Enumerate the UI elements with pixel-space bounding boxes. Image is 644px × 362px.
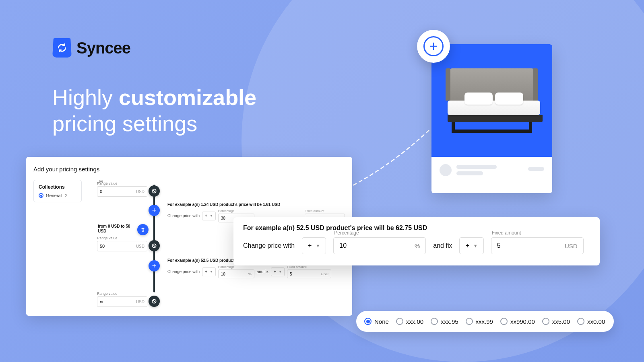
radio-selected-icon <box>364 318 372 325</box>
vendor-avatar-placeholder <box>440 164 452 176</box>
panel-title: Add your pricing settings <box>33 166 345 173</box>
range-label: Range value <box>97 181 147 185</box>
rule-popout: For example a(n) 52.5 USD product's pric… <box>233 217 600 265</box>
popout-fix-operator-select[interactable]: +▼ <box>459 237 483 254</box>
collections-heading: Collections <box>39 184 76 190</box>
brand-name: Syncee <box>76 39 130 57</box>
popout-fix-label: Fixed amount <box>492 230 521 236</box>
sync-icon <box>52 38 72 58</box>
range-from-input[interactable]: 0USD <box>97 186 147 197</box>
rule2-percentage-input[interactable]: 10% <box>218 269 254 278</box>
popout-change-label: Change price with <box>243 242 295 249</box>
radio-selected-icon <box>39 193 43 198</box>
product-image <box>431 44 552 157</box>
rounding-option-xxx00[interactable]: xxx.00 <box>396 318 423 325</box>
popout-example: For example a(n) 52.5 USD product's pric… <box>243 224 590 232</box>
rounding-option-xx0[interactable]: xx0.00 <box>577 318 605 325</box>
rounding-option-xx990[interactable]: xx990.00 <box>500 318 535 325</box>
rounding-option-xx5[interactable]: xx5.00 <box>542 318 570 325</box>
radio-icon <box>396 318 403 325</box>
add-product-button[interactable] <box>417 30 450 63</box>
range-end-input[interactable]: ∞USD <box>97 296 147 307</box>
popout-pct-label: Percentage <box>334 230 359 236</box>
rule2-fixed-amount-input[interactable]: 5USD <box>287 269 331 278</box>
svg-line-7 <box>153 300 156 303</box>
popout-percentage-input[interactable]: 10% <box>333 237 426 254</box>
svg-line-3 <box>153 190 156 193</box>
rule2-fix-operator-select[interactable]: +▼ <box>271 267 285 276</box>
svg-line-5 <box>153 245 156 247</box>
radio-icon <box>577 318 584 325</box>
rule1-example: For example a(n) 1.24 USD product's pric… <box>167 202 345 207</box>
brand-logo: Syncee <box>52 38 130 58</box>
rounding-options: None xxx.00 xxx.95 xxx.99 xx990.00 xx5.0… <box>356 311 614 332</box>
subtitle-placeholder <box>456 171 483 175</box>
plus-icon <box>423 36 444 56</box>
rounding-option-xxx95[interactable]: xxx.95 <box>431 318 458 325</box>
page-headline: Highly customizable pricing settings <box>52 84 256 137</box>
price-placeholder <box>528 167 544 171</box>
popout-fixed-amount-input[interactable]: 5USD <box>491 237 584 254</box>
radio-icon <box>500 318 508 325</box>
title-placeholder <box>456 165 497 169</box>
rule2-operator-select[interactable]: +▼ <box>202 267 216 276</box>
add-rule-button[interactable]: + <box>149 260 160 272</box>
add-rule-button[interactable]: + <box>149 205 160 216</box>
rule1-operator-select[interactable]: +▼ <box>202 212 216 220</box>
collection-item-general[interactable]: General 2 <box>39 193 76 198</box>
rounding-option-none[interactable]: None <box>364 318 389 325</box>
popout-operator-select[interactable]: +▼ <box>302 237 326 254</box>
radio-icon <box>542 318 549 325</box>
change-price-label: Change price with <box>167 214 200 218</box>
rounding-option-xxx99[interactable]: xxx.99 <box>466 318 493 325</box>
radio-icon <box>466 318 473 325</box>
range-marker-icon[interactable] <box>149 296 160 307</box>
radio-icon <box>431 318 438 325</box>
range-label: Range value <box>97 236 147 240</box>
range-marker-icon[interactable] <box>149 185 160 197</box>
collections-card: Collections General 2 <box>33 180 82 202</box>
range-label: Range value <box>97 292 147 296</box>
delete-range-button[interactable] <box>137 224 149 235</box>
range-to-input[interactable]: 50USD <box>97 241 147 251</box>
range-marker-icon[interactable] <box>149 240 160 251</box>
range-hint-text: from 0 USD to 50 USD <box>98 224 136 234</box>
timeline-line <box>153 185 155 292</box>
product-card <box>431 44 552 193</box>
popout-andfix-label: and fix <box>433 242 452 249</box>
change-price-label: Change price with <box>167 269 200 274</box>
